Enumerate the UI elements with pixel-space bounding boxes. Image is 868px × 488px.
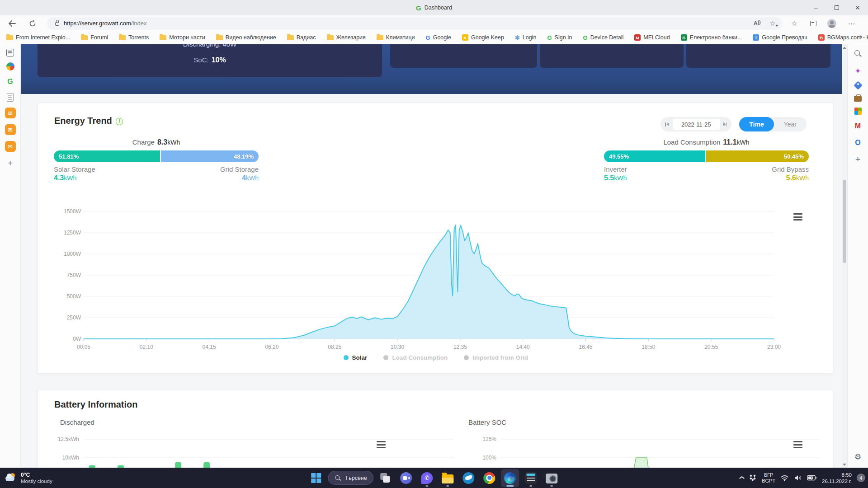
bookmark-label: Вадиас — [297, 34, 316, 41]
bookmark-item[interactable]: ✻Login — [515, 34, 537, 41]
teams-chat-button[interactable] — [397, 469, 415, 487]
svg-text:250W: 250W — [67, 314, 81, 321]
date-input[interactable]: 2022-11-25 — [673, 119, 720, 130]
tab-year[interactable]: Year — [774, 117, 807, 131]
taskbar-clock[interactable]: 8:50 26.11.2022 г. — [822, 472, 852, 484]
bookmark-item[interactable]: Мотори части — [160, 34, 205, 41]
new-tab-icon[interactable]: + — [5, 158, 16, 169]
mail-tab-icon[interactable]: ✉ — [5, 124, 16, 135]
bookmark-item[interactable]: БЕлектронно банки... — [681, 34, 742, 41]
legend-item[interactable]: Imported from Grid — [464, 354, 528, 361]
taskbar-center: Търсене ✆ — [307, 468, 561, 488]
active-tab[interactable]: G Dashboard — [416, 4, 452, 12]
camera-app-button[interactable] — [543, 469, 561, 487]
soc-value: 10% — [212, 56, 226, 64]
sidebar-discover-icon[interactable]: ✦ — [853, 66, 863, 76]
address-bar[interactable]: https://server.growatt.com /index A)) ☆ — [47, 17, 782, 30]
sidebar-shopping-icon[interactable] — [854, 81, 863, 90]
read-aloud-icon[interactable]: A)) — [753, 20, 760, 27]
wifi-icon[interactable] — [780, 474, 789, 481]
chart-menu-icon[interactable] — [793, 213, 802, 221]
bookmark-item[interactable]: Torrents — [119, 34, 149, 41]
bookmark-item[interactable]: MMELCloud — [634, 34, 670, 41]
mail-app-button[interactable] — [460, 469, 478, 487]
battery-charging-icon[interactable] — [807, 475, 817, 481]
taskbar-search[interactable]: Търсене — [328, 471, 373, 485]
sidebar-m365-icon[interactable]: M — [853, 121, 863, 131]
file-explorer-button[interactable] — [439, 469, 457, 487]
collections-button[interactable] — [808, 18, 819, 29]
sidebar-settings-icon[interactable]: ⚙ — [853, 451, 863, 462]
collections-icon — [810, 21, 816, 26]
add-favorite-icon[interactable]: ☆ — [770, 19, 776, 28]
hidden-icons-chevron[interactable] — [739, 476, 744, 480]
scrollbar-thumb[interactable] — [843, 180, 846, 263]
load-progress-bar: 49.55% 50.45% — [604, 150, 809, 162]
info-icon[interactable]: i — [116, 118, 123, 125]
mail-tab-icon[interactable]: ✉ — [5, 108, 16, 118]
document-tab-icon[interactable] — [7, 93, 14, 102]
minimize-button[interactable]: – — [806, 0, 826, 15]
browser-menu-button[interactable]: ⋯ — [846, 18, 857, 29]
edge-button[interactable] — [501, 469, 519, 487]
refresh-icon — [29, 20, 36, 27]
bookmark-item[interactable]: GDevice Detail — [583, 34, 624, 41]
bookmark-item[interactable]: GSign In — [547, 34, 572, 41]
refresh-button[interactable] — [27, 18, 38, 29]
bookmark-item[interactable]: GGoogle — [426, 34, 451, 41]
sidebar-office-icon[interactable] — [854, 108, 862, 115]
task-view-button[interactable] — [377, 469, 395, 487]
volume-icon[interactable] — [794, 474, 802, 481]
viber-button[interactable]: ✆ — [418, 469, 436, 487]
date-next-button[interactable] — [723, 122, 727, 127]
bookmark-item[interactable]: Железария — [327, 34, 366, 41]
svg-text:12.5kWh: 12.5kWh — [58, 436, 79, 442]
maximize-icon — [835, 5, 839, 10]
app-tab-icon[interactable] — [6, 62, 14, 70]
remote-keyboard-app-button[interactable] — [522, 469, 540, 487]
hero-panel — [540, 44, 684, 68]
bookmark-item[interactable]: Forumi — [81, 34, 108, 41]
date-prev-button[interactable] — [665, 122, 669, 127]
bookmark-favicon: Б — [681, 34, 687, 41]
sidebar-add-icon[interactable]: + — [853, 154, 863, 165]
legend-item[interactable]: Load Consumption — [383, 354, 448, 361]
scroll-down-arrow[interactable] — [842, 461, 847, 468]
mail-tab-icon[interactable]: ✉ — [5, 141, 16, 152]
sidebar-tools-icon[interactable] — [854, 96, 862, 102]
language-indicator[interactable]: БГРBGPT — [762, 472, 775, 484]
close-button[interactable]: × — [847, 0, 868, 15]
favorites-button[interactable]: ☆ — [789, 18, 800, 29]
bookmark-item[interactable]: Видео наблюдение — [216, 34, 276, 41]
dropbox-tray-icon[interactable] — [749, 474, 757, 482]
taskbar: 0°C Mostly cloudy Търсене ✆ — [0, 468, 868, 488]
chart-menu-icon[interactable] — [377, 441, 386, 448]
svg-text:0W: 0W — [73, 336, 81, 342]
bookmark-item[interactable]: Вадиас — [287, 34, 316, 41]
start-button[interactable] — [307, 469, 325, 487]
taskbar-weather-widget[interactable]: 0°C Mostly cloudy — [5, 468, 52, 488]
bookmark-label: MELCloud — [643, 34, 670, 41]
bookmark-item[interactable]: Климатици — [377, 34, 415, 41]
bookmark-item[interactable]: KGoogle Keep — [462, 34, 504, 41]
bookmark-item[interactable]: TGoogle Преводач — [753, 34, 807, 41]
tab-time[interactable]: Time — [739, 117, 774, 131]
bookmarks-overflow-chevron-icon[interactable]: › — [860, 32, 863, 41]
legend-item[interactable]: Solar — [344, 354, 368, 361]
notification-badge[interactable]: 4 — [857, 474, 865, 482]
sidebar-search-icon[interactable] — [853, 49, 863, 60]
profile-button[interactable] — [826, 18, 837, 29]
bookmark-item[interactable]: From Internet Explo... — [6, 34, 70, 41]
hero-section: Discharging: 40W SoC:10% — [21, 44, 842, 94]
chrome-button[interactable] — [481, 469, 499, 487]
sidebar-outlook-icon[interactable]: O — [853, 137, 863, 148]
scroll-up-arrow[interactable] — [842, 44, 847, 51]
maximize-button[interactable] — [826, 0, 847, 15]
svg-text:16:45: 16:45 — [579, 344, 593, 350]
growatt-tab-icon[interactable]: G — [5, 76, 16, 87]
chart-menu-icon[interactable] — [793, 441, 802, 448]
vertical-tabs-icon[interactable] — [6, 49, 14, 56]
bookmark-label: Климатици — [386, 34, 415, 41]
back-button[interactable] — [6, 18, 17, 29]
svg-text:100%: 100% — [482, 455, 496, 461]
